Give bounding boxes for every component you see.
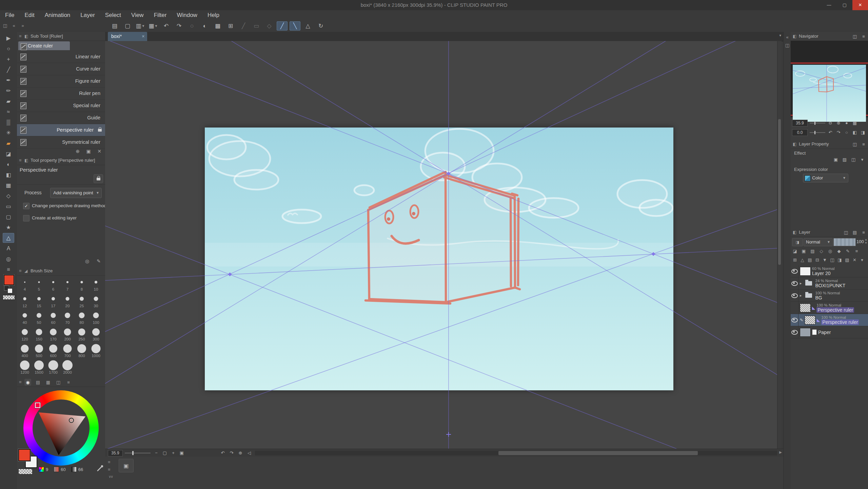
layer-color-effect-icon[interactable]: ◫: [850, 156, 856, 163]
brush-size-5[interactable]: 5: [32, 276, 46, 293]
reference-layer-icon[interactable]: ◆: [836, 248, 842, 254]
brush-size-20[interactable]: 20: [60, 293, 75, 309]
panel-grip-icon[interactable]: ≡: [19, 158, 22, 163]
intermediate-color-tab[interactable]: ◫: [55, 379, 62, 386]
subtool-group-tab[interactable]: Create ruler: [18, 41, 70, 50]
delete-subtool-icon[interactable]: ✕: [96, 148, 103, 155]
transparent-color-swatch[interactable]: [3, 295, 15, 300]
menu-help[interactable]: Help: [202, 10, 224, 20]
layer-row-bg[interactable]: ▸100 % NormalBG: [791, 290, 868, 302]
zoom-out-button[interactable]: −: [153, 450, 159, 456]
visibility-toggle[interactable]: [791, 277, 798, 290]
transparent-color-button[interactable]: [18, 469, 33, 474]
open-file-button[interactable]: ▥▼: [135, 21, 146, 31]
brush-size-800[interactable]: 800: [75, 343, 89, 359]
panel-dock-left-icon[interactable]: ◫: [2, 22, 8, 30]
collapse-right-column-icon[interactable]: «: [784, 33, 790, 41]
tool-eyedropper[interactable]: ╱: [3, 65, 14, 75]
vertical-scrollbar-thumb[interactable]: [778, 119, 781, 265]
navigator-rotation-slider[interactable]: [810, 132, 825, 133]
expand-panel-icon[interactable]: ∨∨: [108, 474, 113, 479]
checkbox-icon[interactable]: ✓: [23, 203, 29, 209]
navigator-thumbnail[interactable]: [793, 65, 866, 122]
layer-palette-options-icon[interactable]: ≡: [854, 248, 860, 254]
visibility-toggle[interactable]: [791, 302, 798, 314]
opacity-spinner[interactable]: ▲▼: [865, 238, 867, 245]
color-slider-tab[interactable]: ▤: [35, 379, 41, 386]
brush-size-7[interactable]: 7: [60, 276, 75, 293]
canvas-document[interactable]: [205, 128, 673, 390]
visibility-toggle[interactable]: [791, 265, 798, 277]
tool-eraser[interactable]: ◪: [3, 149, 14, 159]
nav-reset-rotation-icon[interactable]: ○: [844, 129, 850, 136]
tool-ruler[interactable]: △: [3, 233, 14, 243]
clip-at-layer-below-icon[interactable]: ◪: [792, 248, 798, 254]
tool-frame-border[interactable]: ▭: [3, 201, 14, 211]
hue-ring[interactable]: [23, 390, 99, 466]
brush-size-40[interactable]: 40: [18, 309, 32, 326]
panel-grip-icon[interactable]: ≡: [108, 467, 111, 472]
new-layer-folder-icon[interactable]: ▤: [807, 256, 813, 263]
show-all-settings-icon[interactable]: ✎: [95, 258, 102, 265]
brush-size-70[interactable]: 70: [60, 309, 75, 326]
slider-thumb[interactable]: [814, 131, 815, 134]
onion-skin-icon[interactable]: ◎: [827, 248, 833, 254]
collapse-left-panels-icon[interactable]: «: [11, 22, 17, 30]
menu-edit[interactable]: Edit: [19, 10, 39, 20]
snap-to-ruler-button[interactable]: ╱: [277, 21, 288, 31]
layer-property-minimize-icon[interactable]: ◫: [852, 141, 858, 148]
subtool-linear-ruler[interactable]: Linear ruler: [17, 51, 105, 63]
navigator-zoom-value[interactable]: 35.9: [792, 120, 808, 126]
show-grid-button[interactable]: ⊞: [225, 21, 236, 31]
tool-selection[interactable]: ▢: [3, 212, 14, 222]
panel-grip-icon[interactable]: ≡: [19, 379, 22, 385]
mask-options-icon[interactable]: ▧: [844, 256, 850, 263]
redo-button[interactable]: ↷: [174, 21, 184, 31]
show-selection-border-button[interactable]: ▩: [212, 21, 223, 31]
color-picker-marker[interactable]: [69, 418, 74, 423]
enable-keyframes-icon[interactable]: ◇: [818, 248, 824, 254]
zoom-value[interactable]: 35.9: [108, 450, 123, 456]
menu-layer[interactable]: Layer: [75, 10, 100, 20]
layer-panel-menu-icon[interactable]: ≡: [861, 229, 867, 236]
brush-size-30[interactable]: 30: [89, 293, 103, 309]
snap-to-grid-button[interactable]: △: [302, 21, 313, 31]
horizontal-scrollbar-thumb[interactable]: [498, 451, 698, 455]
brush-size-500[interactable]: 500: [32, 343, 46, 359]
subtool-guide[interactable]: Guide: [17, 112, 105, 124]
apply-mask-icon[interactable]: ◨: [837, 256, 843, 263]
tool-zoom[interactable]: ○: [3, 44, 14, 54]
save-file-button[interactable]: ▦▼: [148, 21, 159, 31]
folder-expand-icon[interactable]: ▸: [800, 281, 802, 286]
subtool-figure-ruler[interactable]: Figure ruler: [17, 75, 105, 87]
brush-size-170[interactable]: 170: [46, 326, 60, 343]
fit-to-window-button[interactable]: ▢: [162, 450, 168, 456]
brush-size-17[interactable]: 17: [46, 293, 60, 309]
brush-size-700[interactable]: 700: [60, 343, 75, 359]
subtool-special-ruler[interactable]: Special ruler: [17, 100, 105, 112]
layer-thumbnail[interactable]: [803, 279, 814, 288]
tool-blend[interactable]: ◐: [3, 159, 14, 169]
layer-row-layer-20[interactable]: 60 % NormalLayer 20: [791, 265, 868, 277]
brush-size-400[interactable]: 400: [18, 343, 32, 359]
brush-size-100[interactable]: 100: [89, 309, 103, 326]
tool-text[interactable]: A: [3, 243, 14, 253]
rotate-right-button[interactable]: ↷: [229, 450, 235, 456]
layer-row-perspective-ruler[interactable]: ✎◣100 % NormalPerspective ruler: [791, 314, 868, 326]
layer-panel-header[interactable]: ◧ Layer ◫▤≡: [791, 228, 868, 237]
tool-airbrush[interactable]: ▒: [3, 117, 14, 127]
tool-pencil[interactable]: ✏: [3, 86, 14, 96]
tone-effect-icon[interactable]: ▨: [842, 156, 848, 163]
layer-opacity-slider[interactable]: [833, 238, 856, 246]
brush-size-60[interactable]: 60: [46, 309, 60, 326]
brush-size-120[interactable]: 120: [18, 326, 32, 343]
panel-grip-icon[interactable]: ≡: [19, 34, 22, 39]
zoom-slider-thumb[interactable]: [132, 451, 134, 455]
nav-zoom-in-icon[interactable]: ⊕: [835, 119, 842, 126]
hue-marker[interactable]: [35, 403, 40, 408]
nav-zoom-100-icon[interactable]: ●: [844, 119, 850, 126]
brush-size-6[interactable]: 6: [46, 276, 60, 293]
close-button[interactable]: ✕: [852, 0, 868, 10]
tool-move[interactable]: +: [3, 54, 14, 64]
tab-list-icon[interactable]: ▾: [779, 33, 781, 38]
